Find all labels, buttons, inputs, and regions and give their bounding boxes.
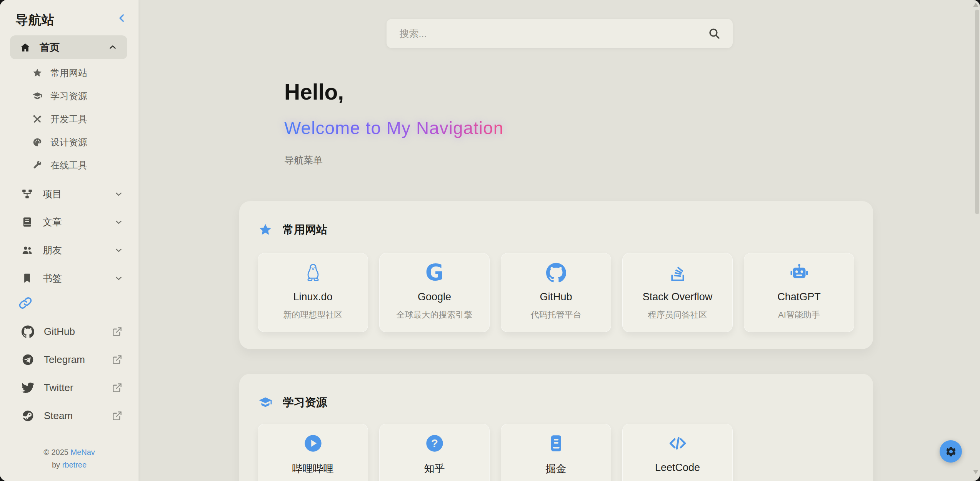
sidebar-link-label: Steam (44, 410, 102, 422)
site-card-linuxdo[interactable]: Linux.do 新的理想型社区 (258, 253, 368, 332)
tools-icon (32, 114, 42, 124)
site-card-juejin[interactable]: 掘金 (501, 424, 611, 481)
site-card-bilibili[interactable]: 哔哩哔哩 (258, 424, 368, 481)
graduation-cap-icon (32, 91, 42, 101)
sidebar-item-label: 学习资源 (50, 90, 87, 102)
chevron-down-icon (114, 274, 123, 283)
hero-subtitle: 导航菜单 (284, 154, 503, 166)
sidebar-item-learning[interactable]: 学习资源 (0, 85, 138, 108)
card-grid: Linux.do 新的理想型社区 G Google 全球最大的搜索引擎 GitH… (258, 253, 854, 332)
external-link-icon (112, 326, 122, 337)
sidebar-item-label: 常用网站 (50, 67, 87, 79)
author-link[interactable]: rbetree (62, 461, 87, 469)
star-icon (32, 68, 42, 78)
sidebar: 导航站 首页 常用网站 学习资源 开发工具 设计资源 (0, 0, 139, 481)
scrollbar-up-arrow[interactable] (973, 3, 978, 7)
question-circle-icon (425, 433, 445, 453)
site-card-google[interactable]: G Google 全球最大的搜索引擎 (379, 253, 490, 332)
star-icon (258, 223, 272, 237)
search-input[interactable] (399, 28, 708, 40)
palette-icon (32, 137, 42, 147)
search-icon (708, 27, 720, 40)
card-title: GitHub (540, 291, 572, 303)
copyright-text: © 2025 (43, 448, 68, 456)
by-text: by (52, 461, 60, 469)
links-section-toggle[interactable] (18, 296, 32, 310)
site-card-github[interactable]: GitHub 代码托管平台 (501, 253, 611, 332)
sidebar-item-label: 项目 (43, 188, 104, 200)
github-icon (22, 325, 34, 338)
sidebar-item-label: 首页 (40, 41, 99, 54)
sidebar-collapse-button[interactable] (117, 13, 127, 23)
card-title: Google (418, 291, 451, 303)
external-link-icon (112, 383, 122, 393)
link-icon (18, 296, 32, 310)
github-icon (546, 263, 566, 283)
card-description: AI智能助手 (778, 309, 820, 321)
search-button[interactable] (708, 27, 720, 40)
sidebar-item-articles[interactable]: 文章 (0, 208, 138, 236)
sidebar-link-twitter[interactable]: Twitter (0, 374, 138, 402)
main-content: Hello, Welcome to My Navigation 导航菜单 常用网… (139, 0, 980, 481)
robot-icon (789, 263, 809, 283)
scrollbar-down-arrow[interactable] (973, 470, 978, 474)
code-icon (668, 433, 688, 453)
scrollbar-thumb[interactable] (975, 10, 979, 214)
sidebar-item-projects[interactable]: 项目 (0, 180, 138, 208)
section-title: 常用网站 (283, 222, 327, 238)
sidebar-footer: © 2025 MeNav by rbetree (0, 446, 138, 471)
sidebar-item-design[interactable]: 设计资源 (0, 131, 138, 154)
gear-icon (945, 446, 957, 458)
welcome-text: Welcome to My Navigation (284, 118, 503, 138)
card-description: 新的理想型社区 (283, 309, 343, 321)
search-bar (387, 19, 733, 48)
sidebar-item-label: 文章 (43, 216, 104, 228)
settings-fab-button[interactable] (940, 440, 962, 463)
chevron-left-icon (117, 13, 127, 23)
site-card-chatgpt[interactable]: ChatGPT AI智能助手 (744, 253, 854, 332)
sidebar-item-common-sites[interactable]: 常用网站 (0, 62, 138, 85)
sidebar-item-home[interactable]: 首页 (10, 35, 127, 59)
chevron-down-icon (114, 190, 123, 198)
twitter-icon (22, 381, 34, 394)
sidebar-item-online-tools[interactable]: 在线工具 (0, 154, 138, 177)
menav-link[interactable]: MeNav (71, 448, 95, 456)
chevron-up-icon (108, 43, 117, 52)
sidebar-item-dev-tools[interactable]: 开发工具 (0, 108, 138, 131)
linux-icon (303, 263, 323, 283)
card-grid: 哔哩哔哩 知乎 掘金 LeetCode (258, 424, 733, 481)
app-window: 导航站 首页 常用网站 学习资源 开发工具 设计资源 (0, 0, 980, 481)
sidebar-item-label: 开发工具 (50, 113, 87, 125)
graduation-cap-icon (258, 396, 272, 409)
site-card-stackoverflow[interactable]: Stack Overflow 程序员问答社区 (622, 253, 733, 332)
sidebar-link-github[interactable]: GitHub (0, 318, 138, 346)
sidebar-item-friends[interactable]: 朋友 (0, 236, 138, 264)
sidebar-category-list: 常用网站 学习资源 开发工具 设计资源 在线工具 (0, 62, 138, 177)
sidebar-divider (0, 437, 138, 437)
sidebar-link-telegram[interactable]: Telegram (0, 346, 138, 374)
card-title: ChatGPT (777, 291, 821, 303)
stackoverflow-icon (668, 263, 688, 283)
card-title: 哔哩哔哩 (292, 462, 334, 476)
greeting-text: Hello, (284, 79, 503, 105)
card-title: 掘金 (546, 462, 567, 476)
bookmark-icon (22, 273, 33, 284)
card-description: 代码托管平台 (531, 309, 582, 321)
chevron-down-icon (114, 246, 123, 255)
site-card-zhihu[interactable]: 知乎 (379, 424, 490, 481)
sidebar-item-label: 书签 (43, 272, 104, 285)
sidebar-link-label: Telegram (44, 354, 102, 366)
telegram-icon (22, 353, 34, 366)
sidebar-link-label: GitHub (44, 326, 102, 338)
sidebar-item-bookmarks[interactable]: 书签 (0, 264, 138, 292)
site-card-leetcode[interactable]: LeetCode (622, 424, 733, 481)
external-link-icon (112, 355, 122, 365)
project-diagram-icon (22, 188, 33, 200)
play-circle-icon (303, 433, 323, 453)
card-title: Linux.do (293, 291, 332, 303)
chevron-down-icon (114, 218, 123, 226)
sidebar-link-steam[interactable]: Steam (0, 402, 138, 430)
card-title: LeetCode (655, 462, 700, 474)
card-title: 知乎 (424, 462, 445, 476)
sidebar-item-label: 设计资源 (50, 136, 87, 148)
